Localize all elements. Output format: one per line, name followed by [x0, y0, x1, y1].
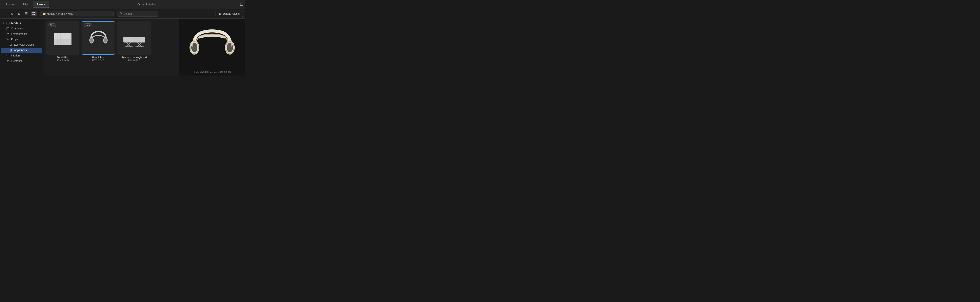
grid-view-button[interactable] — [31, 11, 37, 16]
sidebar-models-label: Models — [11, 21, 21, 25]
asset-card-headphones[interactable]: New Pencil Box — [81, 21, 115, 62]
svg-rect-12 — [7, 38, 8, 40]
main-layout: ▼ Models Characters Environments — [0, 19, 245, 75]
search-icon — [119, 12, 122, 16]
tab-assets[interactable]: Assets — [33, 1, 49, 8]
breadcrumb-text: Models > Props > Misc — [47, 12, 73, 15]
sidebar-models-header[interactable]: ▼ Models — [0, 20, 43, 26]
svg-marker-9 — [7, 22, 9, 24]
svg-rect-60 — [192, 44, 193, 46]
asset-format-synthesizer: FBX & GLB — [128, 59, 140, 62]
sidebar-interiors-label: Interiors — [11, 54, 20, 57]
upload-label: Upload Assets — [223, 12, 240, 15]
svg-line-8 — [121, 14, 122, 15]
preview-image-area — [181, 21, 243, 69]
asset-image-headphones — [87, 26, 110, 50]
interiors-icon — [6, 54, 9, 57]
sidebar-appliances-label: Appliances — [14, 49, 27, 52]
svg-rect-0 — [25, 12, 27, 13]
sidebar-item-elements[interactable]: Elements — [1, 59, 42, 64]
top-nav: Scenes Files Assets Visual Scripting — [0, 0, 245, 9]
svg-rect-13 — [8, 40, 9, 41]
svg-point-36 — [90, 38, 93, 43]
settings-icon: ⚙ — [18, 12, 21, 16]
asset-thumb-headphones: New — [81, 21, 115, 55]
svg-rect-1 — [25, 13, 27, 14]
back-icon: ← — [3, 12, 6, 16]
asset-format-headphones: FBX & GLB — [92, 59, 105, 62]
grid-icon — [32, 12, 35, 16]
folder-icon: 📁 — [43, 12, 46, 15]
elements-icon — [6, 60, 9, 62]
sidebar-item-appliances[interactable]: Appliances — [1, 48, 42, 53]
refresh-button[interactable]: ↻ — [10, 11, 15, 16]
everyday-objects-icon — [10, 43, 12, 46]
asset-image-pencil-box-1 — [51, 26, 75, 50]
asset-name-synthesizer: Synthesizer Keyboard — [121, 56, 147, 59]
asset-format-pencil-box-1: FBX & GLB — [56, 59, 69, 62]
sidebar-item-interiors[interactable]: Interiors — [1, 53, 42, 58]
environments-icon — [6, 33, 9, 35]
maximize-icon — [240, 3, 243, 6]
settings-button[interactable]: ⚙ — [16, 11, 22, 16]
svg-rect-2 — [25, 14, 27, 14]
asset-card-synthesizer[interactable]: Synthesizer Keyboard FBX & GLB — [117, 21, 151, 62]
refresh-icon: ↻ — [11, 12, 13, 16]
props-icon — [6, 38, 9, 41]
upload-assets-button[interactable]: ⊕ Upload Assets — [216, 11, 243, 17]
asset-card-pencil-box-1[interactable]: New — [46, 21, 80, 62]
svg-rect-61 — [231, 44, 232, 46]
sidebar-elements-label: Elements — [11, 59, 22, 62]
maximize-control[interactable] — [240, 3, 243, 6]
asset-name-headphones: Pencil Box — [92, 56, 105, 59]
preview-panel: Studio x5000 Heaphones (193.3 KB) — [179, 19, 245, 75]
new-badge-1: New — [48, 23, 56, 27]
svg-rect-3 — [32, 12, 33, 13]
new-badge-2: New — [84, 23, 92, 27]
asset-image-synthesizer — [122, 26, 146, 50]
list-icon — [25, 12, 28, 16]
sidebar-item-environments[interactable]: Environments — [1, 31, 42, 37]
tab-files[interactable]: Files — [19, 1, 32, 8]
sidebar-environments-label: Environments — [11, 32, 27, 35]
chevron-icon: ▼ — [3, 22, 5, 24]
list-view-button[interactable] — [24, 11, 29, 16]
sidebar: ▼ Models Characters Environments — [0, 19, 43, 75]
asset-grid: New — [43, 19, 179, 75]
svg-rect-10 — [7, 27, 9, 30]
models-icon — [6, 22, 10, 25]
search-bar[interactable] — [117, 11, 158, 17]
svg-rect-5 — [32, 14, 33, 15]
preview-filename-label: Studio x5000 Heaphones (193.3 KB) — [192, 69, 231, 73]
svg-rect-23 — [54, 33, 72, 39]
characters-icon — [6, 27, 9, 30]
preview-headphones-svg — [187, 23, 237, 67]
svg-rect-6 — [34, 14, 35, 15]
svg-point-38 — [104, 38, 107, 43]
asset-name-pencil-box-1: Pencil Box — [56, 56, 69, 59]
appliances-icon — [10, 49, 12, 52]
tab-scenes[interactable]: Scenes — [2, 1, 19, 8]
sidebar-item-everyday-objects[interactable]: Everyday Objects — [1, 42, 42, 48]
svg-rect-4 — [34, 12, 35, 13]
sidebar-characters-label: Characters — [11, 27, 24, 30]
svg-rect-39 — [123, 37, 145, 42]
nav-divider — [51, 2, 51, 7]
asset-thumb-synthesizer — [117, 21, 151, 55]
visual-scripting-label: Visual Scripting — [52, 3, 240, 6]
sidebar-everyday-label: Everyday Objects — [14, 43, 34, 46]
breadcrumb[interactable]: 📁 Models > Props > Misc — [40, 11, 114, 16]
toolbar: ← ↻ ⚙ 📁 Models > Props > Misc — [0, 9, 245, 19]
sidebar-item-props[interactable]: Props — [1, 37, 42, 42]
sidebar-item-characters[interactable]: Characters — [1, 26, 42, 31]
svg-rect-22 — [54, 38, 72, 45]
sidebar-props-label: Props — [11, 38, 18, 41]
asset-thumb-pencil-box-1: New — [46, 21, 80, 55]
search-input[interactable] — [124, 12, 156, 15]
back-button[interactable]: ← — [2, 11, 8, 16]
upload-plus-icon: ⊕ — [219, 12, 222, 16]
